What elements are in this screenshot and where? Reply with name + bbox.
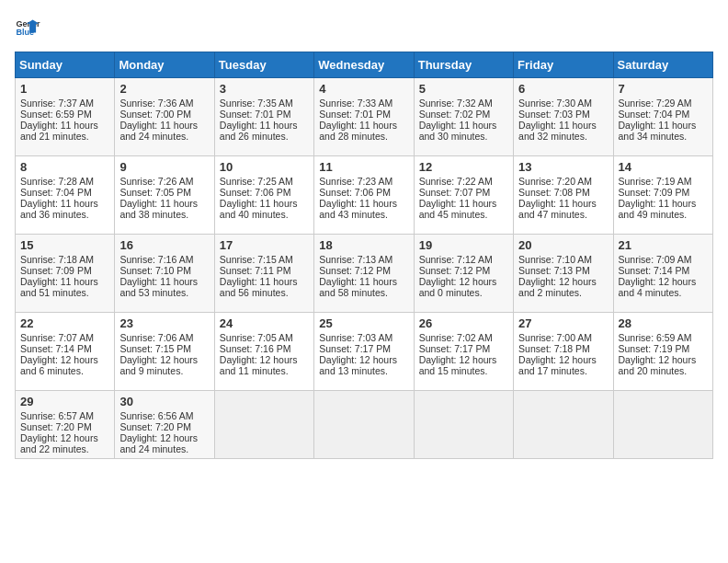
daylight-text: Daylight: 11 hours and 43 minutes. — [319, 198, 397, 220]
daylight-text: Daylight: 12 hours and 13 minutes. — [319, 354, 397, 376]
sunrise-text: Sunrise: 7:18 AM — [20, 254, 94, 265]
day-number: 1 — [20, 82, 109, 96]
sunset-text: Sunset: 7:19 PM — [619, 343, 690, 354]
day-cell: 21Sunrise: 7:09 AMSunset: 7:14 PMDayligh… — [613, 235, 712, 313]
page-header: General Blue — [15, 15, 713, 40]
sunrise-text: Sunrise: 7:13 AM — [319, 254, 392, 265]
daylight-text: Daylight: 12 hours and 15 minutes. — [419, 354, 497, 376]
column-header-thursday: Thursday — [414, 52, 513, 78]
sunrise-text: Sunrise: 7:12 AM — [419, 254, 493, 265]
daylight-text: Daylight: 12 hours and 0 minutes. — [419, 276, 497, 298]
sunrise-text: Sunrise: 7:30 AM — [518, 98, 592, 109]
sunset-text: Sunset: 7:12 PM — [319, 265, 391, 276]
day-cell: 27Sunrise: 7:00 AMSunset: 7:18 PMDayligh… — [514, 313, 613, 391]
sunrise-text: Sunrise: 6:59 AM — [619, 332, 692, 343]
column-header-saturday: Saturday — [613, 52, 712, 78]
sunset-text: Sunset: 7:20 PM — [119, 421, 191, 432]
header-row: SundayMondayTuesdayWednesdayThursdayFrid… — [16, 52, 713, 78]
sunrise-text: Sunrise: 7:10 AM — [518, 254, 592, 265]
day-number: 22 — [20, 316, 109, 330]
daylight-text: Daylight: 12 hours and 11 minutes. — [220, 354, 298, 376]
sunset-text: Sunset: 7:05 PM — [119, 187, 191, 198]
day-number: 13 — [518, 160, 608, 174]
daylight-text: Daylight: 11 hours and 28 minutes. — [319, 120, 397, 142]
day-number: 8 — [20, 160, 109, 174]
daylight-text: Daylight: 11 hours and 26 minutes. — [220, 120, 298, 142]
sunset-text: Sunset: 7:10 PM — [119, 265, 191, 276]
daylight-text: Daylight: 12 hours and 2 minutes. — [518, 276, 597, 298]
sunrise-text: Sunrise: 7:00 AM — [518, 332, 592, 343]
day-number: 3 — [220, 82, 309, 96]
day-cell: 25Sunrise: 7:03 AMSunset: 7:17 PMDayligh… — [314, 313, 414, 391]
day-cell: 28Sunrise: 6:59 AMSunset: 7:19 PMDayligh… — [613, 313, 712, 391]
daylight-text: Daylight: 12 hours and 22 minutes. — [20, 432, 98, 454]
sunrise-text: Sunrise: 7:28 AM — [20, 176, 94, 187]
sunrise-text: Sunrise: 7:15 AM — [220, 254, 293, 265]
day-number: 18 — [319, 238, 408, 252]
daylight-text: Daylight: 11 hours and 49 minutes. — [619, 198, 697, 220]
day-cell: 24Sunrise: 7:05 AMSunset: 7:16 PMDayligh… — [214, 313, 313, 391]
sunset-text: Sunset: 7:13 PM — [518, 265, 590, 276]
day-cell: 4Sunrise: 7:33 AMSunset: 7:01 PMDaylight… — [314, 78, 414, 156]
daylight-text: Daylight: 11 hours and 21 minutes. — [20, 120, 98, 142]
day-cell — [314, 391, 414, 459]
sunset-text: Sunset: 7:09 PM — [619, 187, 690, 198]
week-row-3: 15Sunrise: 7:18 AMSunset: 7:09 PMDayligh… — [16, 235, 713, 313]
sunset-text: Sunset: 7:14 PM — [20, 343, 92, 354]
sunset-text: Sunset: 7:01 PM — [319, 109, 391, 120]
daylight-text: Daylight: 11 hours and 51 minutes. — [20, 276, 98, 298]
day-number: 19 — [419, 238, 508, 252]
sunset-text: Sunset: 7:17 PM — [419, 343, 491, 354]
sunset-text: Sunset: 7:03 PM — [518, 109, 590, 120]
day-number: 15 — [20, 238, 109, 252]
day-number: 21 — [619, 238, 708, 252]
daylight-text: Daylight: 11 hours and 30 minutes. — [419, 120, 497, 142]
sunrise-text: Sunrise: 7:32 AM — [419, 98, 493, 109]
daylight-text: Daylight: 12 hours and 17 minutes. — [518, 354, 597, 376]
day-cell: 19Sunrise: 7:12 AMSunset: 7:12 PMDayligh… — [414, 235, 513, 313]
sunrise-text: Sunrise: 7:07 AM — [20, 332, 94, 343]
day-cell: 14Sunrise: 7:19 AMSunset: 7:09 PMDayligh… — [613, 156, 712, 235]
sunrise-text: Sunrise: 7:29 AM — [619, 98, 692, 109]
day-number: 27 — [518, 316, 608, 330]
sunset-text: Sunset: 7:18 PM — [518, 343, 590, 354]
sunset-text: Sunset: 7:11 PM — [220, 265, 291, 276]
daylight-text: Daylight: 11 hours and 45 minutes. — [419, 198, 497, 220]
day-number: 23 — [119, 316, 209, 330]
day-cell: 3Sunrise: 7:35 AMSunset: 7:01 PMDaylight… — [214, 78, 313, 156]
day-cell: 15Sunrise: 7:18 AMSunset: 7:09 PMDayligh… — [16, 235, 115, 313]
day-cell: 20Sunrise: 7:10 AMSunset: 7:13 PMDayligh… — [514, 235, 613, 313]
day-cell: 30Sunrise: 6:56 AMSunset: 7:20 PMDayligh… — [115, 391, 214, 459]
daylight-text: Daylight: 11 hours and 53 minutes. — [119, 276, 198, 298]
day-cell: 16Sunrise: 7:16 AMSunset: 7:10 PMDayligh… — [115, 235, 214, 313]
day-cell: 26Sunrise: 7:02 AMSunset: 7:17 PMDayligh… — [414, 313, 513, 391]
day-number: 4 — [319, 82, 408, 96]
daylight-text: Daylight: 11 hours and 32 minutes. — [518, 120, 597, 142]
week-row-1: 1Sunrise: 7:37 AMSunset: 6:59 PMDaylight… — [16, 78, 713, 156]
day-number: 14 — [619, 160, 708, 174]
sunrise-text: Sunrise: 7:36 AM — [119, 98, 193, 109]
day-cell: 23Sunrise: 7:06 AMSunset: 7:15 PMDayligh… — [115, 313, 214, 391]
daylight-text: Daylight: 11 hours and 47 minutes. — [518, 198, 597, 220]
sunrise-text: Sunrise: 7:23 AM — [319, 176, 392, 187]
sunrise-text: Sunrise: 7:37 AM — [20, 98, 94, 109]
day-cell: 11Sunrise: 7:23 AMSunset: 7:06 PMDayligh… — [314, 156, 414, 235]
week-row-2: 8Sunrise: 7:28 AMSunset: 7:04 PMDaylight… — [16, 156, 713, 235]
sunrise-text: Sunrise: 7:09 AM — [619, 254, 692, 265]
day-cell: 29Sunrise: 6:57 AMSunset: 7:20 PMDayligh… — [16, 391, 115, 459]
day-cell: 6Sunrise: 7:30 AMSunset: 7:03 PMDaylight… — [514, 78, 613, 156]
sunset-text: Sunset: 7:06 PM — [220, 187, 291, 198]
sunset-text: Sunset: 7:14 PM — [619, 265, 690, 276]
sunset-text: Sunset: 7:09 PM — [20, 265, 92, 276]
sunset-text: Sunset: 7:00 PM — [119, 109, 191, 120]
day-cell: 8Sunrise: 7:28 AMSunset: 7:04 PMDaylight… — [16, 156, 115, 235]
week-row-4: 22Sunrise: 7:07 AMSunset: 7:14 PMDayligh… — [16, 313, 713, 391]
logo: General Blue — [15, 15, 40, 40]
day-cell: 2Sunrise: 7:36 AMSunset: 7:00 PMDaylight… — [115, 78, 214, 156]
sunset-text: Sunset: 7:16 PM — [220, 343, 291, 354]
column-header-monday: Monday — [115, 52, 214, 78]
day-number: 11 — [319, 160, 408, 174]
day-number: 30 — [119, 395, 209, 408]
sunset-text: Sunset: 7:17 PM — [319, 343, 391, 354]
sunset-text: Sunset: 7:01 PM — [220, 109, 291, 120]
